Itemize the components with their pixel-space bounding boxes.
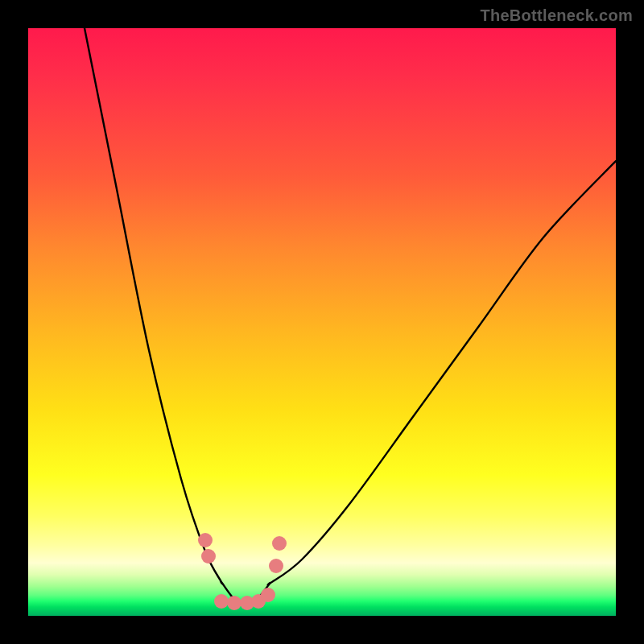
curve-layer <box>28 28 616 616</box>
valley-marker <box>269 559 283 573</box>
chart-frame: TheBottleneck.com <box>0 0 644 644</box>
plot-area <box>28 28 616 616</box>
valley-marker <box>261 588 275 602</box>
valley-marker <box>272 536 287 551</box>
valley-marker <box>201 549 216 564</box>
bottleneck-curve <box>85 28 616 605</box>
watermark-text: TheBottleneck.com <box>480 6 633 25</box>
valley-marker <box>198 533 213 547</box>
valley-marker <box>227 596 242 610</box>
valley-markers <box>198 533 287 610</box>
valley-marker <box>214 594 229 609</box>
